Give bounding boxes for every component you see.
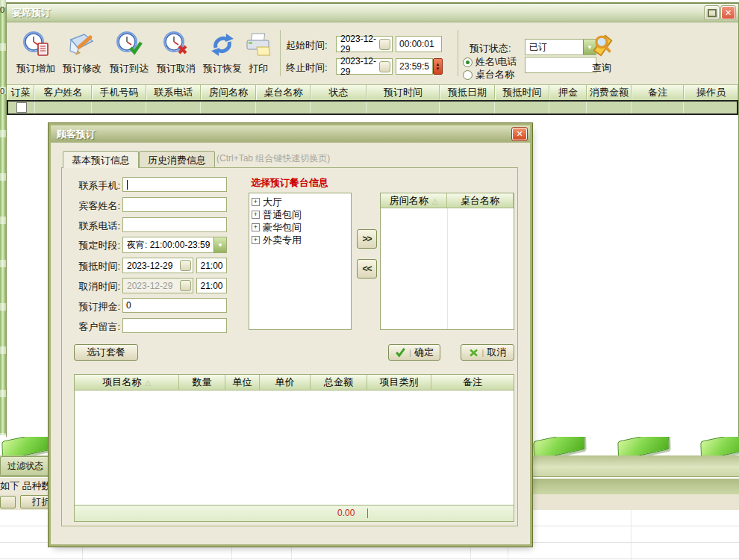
tree-item-takeout[interactable]: 外卖专用: [252, 234, 351, 246]
time-spinner[interactable]: [433, 58, 443, 75]
selected-row[interactable]: [7, 100, 738, 115]
tree-item-hall[interactable]: 大厅: [252, 196, 351, 208]
column-header[interactable]: 押金: [549, 85, 587, 101]
radio-icon: [463, 70, 473, 80]
cancel-time-field[interactable]: 21:00: [196, 278, 227, 293]
background-left-strip: [0, 0, 6, 457]
item-name-column-header[interactable]: 项目名称: [75, 375, 179, 391]
expand-icon[interactable]: [252, 223, 260, 231]
date-picker-button[interactable]: [379, 61, 390, 72]
add-reservation-button[interactable]: 预订增加: [13, 28, 59, 81]
x-icon: [469, 348, 479, 358]
status-select[interactable]: 已订: [525, 39, 596, 55]
total-amount-column-header[interactable]: 总金额: [311, 375, 367, 391]
radio-table-name[interactable]: 桌台名称: [463, 68, 514, 81]
room-tree: 大厅 普通包间 豪华包间 外卖专用: [249, 193, 352, 330]
reservation-grid-header: 订菜 客户姓名 手机号码 联系电话 房间名称 桌台名称 状态 预订时间 预抵日期…: [7, 84, 738, 100]
start-date-field[interactable]: 2023-12-29: [336, 36, 393, 52]
column-header[interactable]: 订菜: [7, 85, 34, 101]
tab-history-consumption-info[interactable]: 历史消费信息: [139, 151, 215, 167]
refresh-icon: [208, 31, 237, 59]
items-total: 0.00: [337, 508, 355, 518]
table-name-column-header[interactable]: 桌台名称: [447, 193, 514, 208]
message-input[interactable]: [122, 318, 227, 333]
query-button[interactable]: 查询: [588, 31, 615, 75]
cancel-reservation-button[interactable]: 预订取消: [153, 28, 199, 81]
date-picker-button[interactable]: [180, 280, 191, 291]
background-text-fragment: 如下 品种数: [0, 478, 51, 494]
modify-reservation-button[interactable]: 预订修改: [59, 28, 105, 81]
check-icon: [395, 347, 406, 358]
tab-shortcut-hint: (Ctrl+Tab 组合键快速切换页): [216, 152, 330, 167]
dialog-close-button[interactable]: [512, 128, 527, 140]
items-table: 项目名称 数量 单位 单价 总金额 项目类别 备注 0.00: [74, 374, 514, 522]
close-button[interactable]: [721, 6, 735, 19]
start-time-field[interactable]: [396, 36, 442, 52]
column-header[interactable]: 状态: [311, 85, 367, 101]
unit-column-header[interactable]: 单位: [225, 375, 260, 391]
chevron-down-icon[interactable]: [213, 237, 226, 252]
unit-price-column-header[interactable]: 单价: [260, 375, 311, 391]
phone-input[interactable]: [122, 217, 227, 232]
arrive-time-field[interactable]: 21:00: [196, 258, 227, 273]
clock-add-icon: [22, 31, 50, 59]
tree-item-luxury-room[interactable]: 豪华包间: [252, 221, 351, 234]
radio-name-phone[interactable]: 姓名\电话: [463, 55, 517, 69]
expand-icon[interactable]: [252, 211, 260, 219]
column-header[interactable]: 客户姓名: [34, 85, 92, 101]
ok-button[interactable]: | 确定: [388, 344, 440, 361]
print-button[interactable]: 打印: [240, 28, 277, 81]
maximize-button[interactable]: [705, 6, 719, 19]
text-caret: [127, 180, 128, 190]
column-header[interactable]: 桌台名称: [256, 85, 311, 101]
column-header[interactable]: 房间名称: [201, 85, 256, 101]
background-button-fragment[interactable]: [0, 496, 16, 508]
quantity-column-header[interactable]: 数量: [179, 375, 225, 391]
search-input[interactable]: [525, 57, 596, 73]
column-header[interactable]: 操作员: [684, 85, 738, 101]
item-category-column-header[interactable]: 项目类别: [367, 375, 431, 391]
column-header[interactable]: 预抵时间: [495, 85, 549, 101]
column-header[interactable]: 预订时间: [367, 85, 440, 101]
remark-column-header[interactable]: 备注: [431, 375, 514, 391]
end-date-field[interactable]: 2023-12-29: [336, 58, 393, 75]
arrive-reservation-button[interactable]: 预订到达: [106, 28, 152, 81]
deposit-input[interactable]: [122, 298, 227, 313]
date-picker-button[interactable]: [379, 39, 390, 50]
column-header[interactable]: 备注: [632, 85, 684, 101]
toolbar-separator: [458, 30, 458, 76]
date-picker-button[interactable]: [180, 260, 191, 271]
mobile-input[interactable]: [122, 177, 227, 192]
deposit-label: 预订押金:: [68, 300, 120, 314]
status-label: 预订状态:: [470, 42, 511, 55]
tab-basic-reservation-info[interactable]: 基本预订信息: [63, 151, 139, 168]
arrive-time-label: 预抵时间:: [68, 260, 120, 273]
clock-check-icon: [115, 31, 143, 59]
select-package-button[interactable]: 选订套餐: [74, 344, 138, 361]
search-icon: [588, 31, 615, 58]
column-header[interactable]: 消费金额: [587, 85, 632, 101]
move-left-button[interactable]: <<: [357, 259, 377, 279]
expand-icon[interactable]: [252, 198, 260, 206]
expand-icon[interactable]: [252, 236, 260, 244]
end-time-field[interactable]: [396, 58, 433, 75]
column-header[interactable]: 联系电话: [146, 85, 201, 101]
restore-reservation-button[interactable]: 预订恢复: [199, 28, 246, 81]
arrive-date-field[interactable]: 2023-12-29: [122, 258, 193, 273]
room-name-column-header[interactable]: 房间名称: [381, 193, 447, 208]
column-header[interactable]: 预抵日期: [440, 85, 495, 101]
background-row-number: 0: [0, 87, 6, 96]
printer-icon: [244, 31, 272, 59]
period-select[interactable]: 夜宵: 21:00:00-23:59: [122, 237, 227, 253]
tree-item-normal-room[interactable]: 普通包间: [252, 208, 351, 221]
start-time-label: 起始时间:: [286, 39, 328, 52]
column-header[interactable]: 手机号码: [92, 85, 146, 101]
guest-name-input[interactable]: [122, 197, 227, 212]
toolbar-separator: [280, 30, 281, 76]
move-right-button[interactable]: >>: [357, 229, 377, 249]
cancel-button[interactable]: | 取消: [461, 344, 514, 361]
items-table-footer: 0.00: [75, 505, 514, 521]
dialog-tabs: 基本预订信息 历史消费信息 (Ctrl+Tab 组合键快速切换页): [63, 151, 330, 167]
text-caret: [367, 508, 368, 518]
end-time-label: 终止时间:: [286, 61, 328, 75]
